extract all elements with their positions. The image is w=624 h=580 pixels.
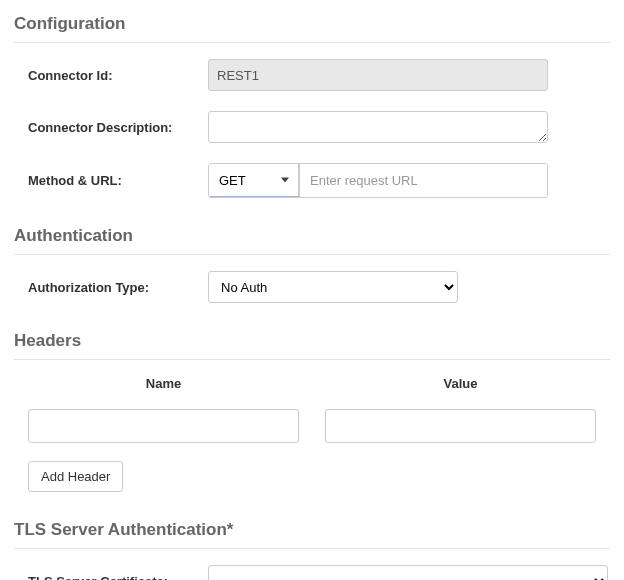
tls-cert-select[interactable]: [208, 565, 608, 580]
method-url-control: GET: [208, 163, 548, 198]
auth-type-row: Authorization Type: No Auth: [14, 271, 610, 303]
connector-id-row: Connector Id:: [14, 59, 610, 91]
headers-title: Headers: [14, 325, 610, 360]
headers-block: Name Value Add Header: [14, 376, 610, 492]
header-name-col-label: Name: [28, 376, 299, 399]
configuration-section: Configuration Connector Id: Connector De…: [14, 8, 610, 198]
tls-title: TLS Server Authentication*: [14, 514, 610, 549]
auth-type-control: No Auth: [208, 271, 458, 303]
tls-cert-row: TLS Server Certificate:: [14, 565, 610, 580]
connector-desc-label: Connector Description:: [28, 120, 208, 135]
auth-type-label: Authorization Type:: [28, 280, 208, 295]
connector-id-label: Connector Id:: [28, 68, 208, 83]
authentication-section: Authentication Authorization Type: No Au…: [14, 220, 610, 303]
header-value-col-label: Value: [325, 376, 596, 399]
headers-columns: Name Value: [14, 376, 610, 399]
connector-id-control: [208, 59, 548, 91]
connector-desc-control: [208, 111, 548, 143]
method-url-row: Method & URL: GET: [14, 163, 610, 198]
tls-section: TLS Server Authentication* TLS Server Ce…: [14, 514, 610, 580]
tls-cert-control: [208, 565, 608, 580]
connector-desc-row: Connector Description:: [14, 111, 610, 143]
connector-desc-input[interactable]: [208, 111, 548, 143]
connector-id-input: [208, 59, 548, 91]
tls-cert-label: TLS Server Certificate:: [28, 574, 208, 581]
method-select[interactable]: GET: [209, 164, 299, 196]
url-input[interactable]: [300, 164, 547, 196]
method-url-label: Method & URL:: [28, 173, 208, 188]
headers-section: Headers Name Value Add Header: [14, 325, 610, 492]
header-value-input[interactable]: [325, 409, 596, 443]
auth-type-select[interactable]: No Auth: [208, 271, 458, 303]
header-name-input[interactable]: [28, 409, 299, 443]
configuration-title: Configuration: [14, 8, 610, 43]
headers-inputs-row: [14, 409, 610, 443]
authentication-title: Authentication: [14, 220, 610, 255]
add-header-button[interactable]: Add Header: [28, 461, 123, 492]
method-select-wrap: GET: [209, 164, 300, 198]
